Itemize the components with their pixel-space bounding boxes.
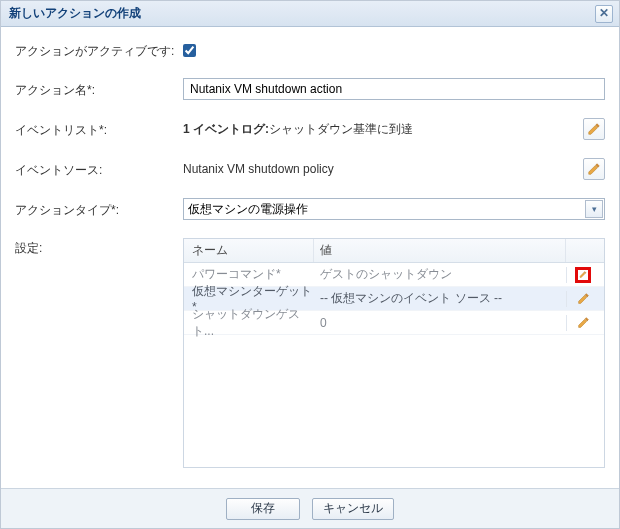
footer: 保存 キャンセル <box>1 488 619 528</box>
edit-eventlist-button[interactable] <box>583 118 605 140</box>
pencil-icon <box>587 162 601 176</box>
col-header-value: 値 <box>314 239 566 262</box>
pencil-icon <box>587 122 601 136</box>
label-eventlist: イベントリスト*: <box>15 120 183 139</box>
cell-value: ゲストのシャットダウン <box>314 266 566 283</box>
settings-grid: ネーム 値 パワーコマンド* ゲストのシャットダウン <box>183 238 605 468</box>
edit-eventsource-button[interactable] <box>583 158 605 180</box>
row-name: アクション名*: <box>15 78 605 100</box>
cell-value: 0 <box>314 316 566 330</box>
select-actiontype[interactable]: 仮想マシンの電源操作 <box>183 198 605 220</box>
label-name: アクション名*: <box>15 80 183 99</box>
input-action-name[interactable] <box>183 78 605 100</box>
label-active: アクションがアクティブです: <box>15 41 183 60</box>
row-settings: 設定: ネーム 値 パワーコマンド* ゲストのシャットダウン <box>15 238 605 468</box>
col-header-name: ネーム <box>184 239 314 262</box>
content: アクションがアクティブです: アクション名*: イベントリスト*: 1 イベント… <box>1 27 619 488</box>
dialog: 新しいアクションの作成 ✕ アクションがアクティブです: アクション名*: イベ… <box>0 0 620 529</box>
label-actiontype: アクションタイプ*: <box>15 200 183 219</box>
row-active: アクションがアクティブです: <box>15 41 605 60</box>
edit-row-button[interactable] <box>575 291 591 307</box>
save-button[interactable]: 保存 <box>226 498 300 520</box>
edit-row-button[interactable] <box>575 315 591 331</box>
row-eventlist: イベントリスト*: 1 イベントログ: シャットダウン基準に到達 <box>15 118 605 140</box>
pencil-icon <box>577 316 590 329</box>
cell-name: シャットダウンゲスト... <box>184 306 314 340</box>
label-settings: 設定: <box>15 238 183 257</box>
actiontype-select-wrap: 仮想マシンの電源操作 ▾ <box>183 198 605 220</box>
pencil-icon <box>579 268 587 281</box>
grid-header: ネーム 値 <box>184 239 604 263</box>
label-eventsource: イベントソース: <box>15 160 183 179</box>
cell-value: -- 仮想マシンのイベント ソース -- <box>314 290 566 307</box>
cancel-button[interactable]: キャンセル <box>312 498 394 520</box>
eventsource-text: Nutanix VM shutdown policy <box>183 162 575 176</box>
checkbox-active[interactable] <box>183 44 196 57</box>
pencil-icon <box>577 292 590 305</box>
edit-row-button[interactable] <box>575 267 591 283</box>
eventlist-count: 1 イベントログ: <box>183 121 269 138</box>
dialog-title: 新しいアクションの作成 <box>9 5 595 22</box>
eventlist-text: シャットダウン基準に到達 <box>269 121 413 138</box>
row-actiontype: アクションタイプ*: 仮想マシンの電源操作 ▾ <box>15 198 605 220</box>
table-row[interactable]: シャットダウンゲスト... 0 <box>184 311 604 335</box>
close-button[interactable]: ✕ <box>595 5 613 23</box>
cell-name: パワーコマンド* <box>184 266 314 283</box>
row-eventsource: イベントソース: Nutanix VM shutdown policy <box>15 158 605 180</box>
titlebar: 新しいアクションの作成 ✕ <box>1 1 619 27</box>
close-icon: ✕ <box>599 6 609 20</box>
grid-body: パワーコマンド* ゲストのシャットダウン 仮想マシンターゲット* -- 仮想マシ… <box>184 263 604 335</box>
